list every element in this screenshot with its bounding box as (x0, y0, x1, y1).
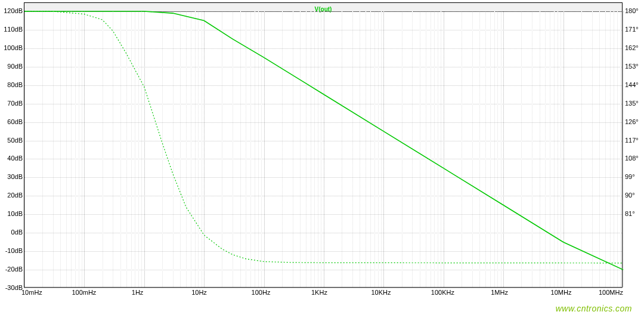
y-right-tick: 135° (625, 100, 639, 107)
y-left-tick: 20dB (7, 192, 23, 199)
y-left-tick: 60dB (7, 118, 23, 125)
x-tick: 10mHz (21, 289, 42, 296)
x-tick: 1MHz (491, 289, 508, 296)
trace-header: V(out) (24, 3, 622, 12)
y-right-tick: 144° (625, 81, 639, 88)
watermark-text: www.cntronics.com (556, 304, 632, 313)
y-left-tick: 110dB (4, 26, 23, 33)
plot-frame: V(out) (24, 2, 623, 288)
y-right-tick: 171° (625, 26, 639, 33)
y-right-tick: 162° (625, 44, 639, 51)
x-tick: 100KHz (431, 289, 454, 296)
y-right-tick: 81° (625, 210, 635, 217)
x-tick: 1Hz (132, 289, 144, 296)
y-left-tick: -10dB (5, 247, 23, 254)
x-tick: 10Hz (191, 289, 207, 296)
y-left-tick: 120dB (4, 7, 23, 14)
y-left-tick: 30dB (7, 173, 23, 180)
y-left-tick: 0dB (11, 229, 23, 236)
x-tick: 10KHz (371, 289, 391, 296)
y-right-tick: 99° (625, 173, 635, 180)
y-left-tick: 50dB (7, 137, 23, 144)
x-tick: 100MHz (599, 289, 623, 296)
y-left-tick: 100dB (4, 44, 23, 51)
y-left-tick: -20dB (5, 266, 23, 273)
y-left-tick: -30dB (5, 284, 23, 291)
x-tick: 10MHz (551, 289, 572, 296)
y-right-tick: 108° (625, 155, 639, 162)
x-tick: 100Hz (252, 289, 271, 296)
y-left-tick: 70dB (7, 100, 23, 107)
trace-label-vout[interactable]: V(out) (315, 5, 332, 13)
chart-canvas: V(out) www.cntronics.com 120dB180°110dB1… (0, 0, 644, 324)
y-right-tick: 90° (625, 192, 635, 199)
y-left-tick: 10dB (7, 210, 23, 217)
x-tick: 1KHz (311, 289, 327, 296)
y-right-tick: 153° (625, 63, 639, 70)
x-tick: 100mHz (72, 289, 96, 296)
y-left-tick: 90dB (7, 63, 23, 70)
y-right-tick: 180° (625, 7, 639, 14)
y-left-tick: 80dB (7, 81, 23, 88)
y-right-tick: 117° (625, 137, 639, 144)
y-right-tick: 126° (625, 118, 639, 125)
y-left-tick: 40dB (7, 155, 23, 162)
